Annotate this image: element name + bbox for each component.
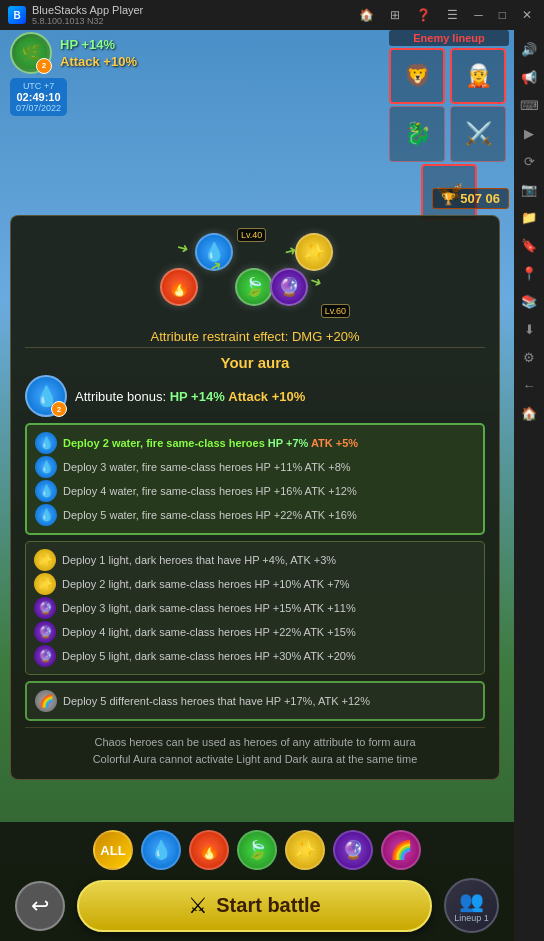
water-tier-icon-3: 💧 (35, 480, 57, 502)
cycle-arrow-4: ➜ (308, 271, 325, 290)
back-button[interactable]: ↩ (15, 881, 65, 931)
sidebar-download-icon[interactable]: ⬇ (518, 318, 540, 340)
water-tier-icon-4: 💧 (35, 504, 57, 526)
score-icon: 🏆 (441, 192, 456, 206)
note-2: Colorful Aura cannot activate Light and … (25, 751, 485, 768)
enemy-hero-2: 🧝 (452, 50, 504, 102)
filter-wind-btn[interactable]: 🍃 (237, 830, 277, 870)
sidebar-keyboard-icon[interactable]: ⌨ (518, 94, 540, 116)
utc-time-display: UTC +7 02:49:10 07/07/2022 (10, 78, 67, 116)
topbar: B BlueStacks App Player 5.8.100.1013 N32… (0, 0, 544, 30)
close-btn[interactable]: ✕ (518, 6, 536, 24)
sidebar-rotate-icon[interactable]: ⟳ (518, 150, 540, 172)
game-area: 🌿 2 HP +14% Attack +10% UTC +7 02:49:10 … (0, 30, 514, 941)
water-fire-tier-text-3: Deploy 4 water, fire same-class heroes H… (63, 485, 475, 497)
light-dark-tier-row-5: 🔮 Deploy 5 light, dark same-class heroes… (34, 644, 476, 668)
menu-icon[interactable]: ☰ (443, 6, 462, 24)
maximize-btn[interactable]: □ (495, 6, 510, 24)
lineup-icon: 👥 (459, 889, 484, 913)
filter-rainbow-btn[interactable]: 🌈 (381, 830, 421, 870)
light-dark-tier-text-4: Deploy 4 light, dark same-class heroes H… (62, 626, 476, 638)
stats-display: HP +14% Attack +10% (60, 37, 137, 69)
minimize-btn[interactable]: ─ (470, 6, 487, 24)
water-fire-tier-text-1: Deploy 2 water, fire same-class heroes H… (63, 437, 475, 449)
sidebar-layers-icon[interactable]: 📚 (518, 290, 540, 312)
rainbow-tier-row: 🌈 Deploy 5 different-class heroes that h… (35, 689, 475, 713)
sidebar-folder-icon[interactable]: 📁 (518, 206, 540, 228)
dark-orb: 🔮 (270, 268, 308, 306)
hp-stat: HP +14% (60, 37, 137, 52)
light-dark-tier-row-1: ✨ Deploy 1 light, dark heroes that have … (34, 548, 476, 572)
filter-fire-btn[interactable]: 🔥 (189, 830, 229, 870)
sidebar-bookmark-icon[interactable]: 🔖 (518, 234, 540, 256)
attribute-filter-bar: ALL 💧 🔥 🍃 ✨ 🔮 🌈 (10, 830, 504, 870)
aura-bonus-text: Attribute bonus: HP +14% Attack +10% (75, 389, 305, 404)
sidebar-speaker-icon[interactable]: 📢 (518, 66, 540, 88)
dark-tier-icon-3: 🔮 (34, 645, 56, 667)
light-tier-icon-1: ✨ (34, 549, 56, 571)
enemy-hero-1: 🦁 (391, 50, 443, 102)
attribute-diagram: Lv.40 💧 🔥 🍃 ✨ 🔮 ➜ ➜ ➜ ➜ Lv.60 (25, 228, 485, 318)
main-panel: Lv.40 💧 🔥 🍃 ✨ 🔮 ➜ ➜ ➜ ➜ Lv.60 Attribute … (10, 215, 500, 780)
filter-light-btn[interactable]: ✨ (285, 830, 325, 870)
sidebar-screenshot-icon[interactable]: 📷 (518, 178, 540, 200)
level-badge-60: Lv.60 (321, 304, 350, 318)
score-value: 507 06 (460, 191, 500, 206)
water-tier-icon-1: 💧 (35, 432, 57, 454)
light-dark-tier-row-2: ✨ Deploy 2 light, dark same-class heroes… (34, 572, 476, 596)
water-fire-tier-text-2: Deploy 3 water, fire same-class heroes H… (63, 461, 475, 473)
light-dark-tier-row-4: 🔮 Deploy 4 light, dark same-class heroes… (34, 620, 476, 644)
start-battle-button[interactable]: ⚔ Start battle (77, 880, 432, 932)
enemy-cell-1: 🦁 (389, 48, 445, 104)
water-fire-tier-box: 💧 Deploy 2 water, fire same-class heroes… (25, 423, 485, 535)
aura-hp-value: HP +14% (170, 389, 225, 404)
topbar-title-area: BlueStacks App Player 5.8.100.1013 N32 (32, 4, 143, 26)
topbar-left: B BlueStacks App Player 5.8.100.1013 N32 (8, 4, 143, 26)
aura-atk-value: Attack +10% (228, 389, 305, 404)
wind-orb: 🍃 (235, 268, 273, 306)
note-1: Chaos heroes can be used as heroes of an… (25, 734, 485, 751)
water-fire-tier-row-4: 💧 Deploy 5 water, fire same-class heroes… (35, 503, 475, 527)
utc-label: UTC +7 (16, 81, 61, 91)
attribute-circle-container: Lv.40 💧 🔥 🍃 ✨ 🔮 ➜ ➜ ➜ ➜ Lv.60 (155, 228, 355, 318)
cycle-arrow-1: ➜ (175, 239, 191, 258)
rainbow-tier-icon: 🌈 (35, 690, 57, 712)
start-battle-label: Start battle (216, 894, 320, 917)
sidebar-volume-icon[interactable]: 🔊 (518, 38, 540, 60)
level-badge-40: Lv.40 (237, 228, 266, 242)
light-dark-tier-text-3: Deploy 3 light, dark same-class heroes H… (62, 602, 476, 614)
enemy-lineup-title: Enemy lineup (389, 30, 509, 46)
sidebar-settings-icon[interactable]: ⚙ (518, 346, 540, 368)
filter-water-btn[interactable]: 💧 (141, 830, 181, 870)
lineup-label: Lineup 1 (454, 913, 489, 923)
help-icon[interactable]: ❓ (412, 6, 435, 24)
tabs-icon[interactable]: ⊞ (386, 6, 404, 24)
fire-orb: 🔥 (160, 268, 198, 306)
light-dark-tier-box: ✨ Deploy 1 light, dark heroes that have … (25, 541, 485, 675)
utc-date: 07/07/2022 (16, 103, 61, 113)
water-tier-icon-2: 💧 (35, 456, 57, 478)
back-icon: ↩ (31, 893, 49, 919)
dark-tier-icon-2: 🔮 (34, 621, 56, 643)
home-icon[interactable]: 🏠 (355, 6, 378, 24)
start-battle-icon: ⚔ (188, 893, 208, 919)
water-fire-tier-row-3: 💧 Deploy 4 water, fire same-class heroes… (35, 479, 475, 503)
lineup-button[interactable]: 👥 Lineup 1 (444, 878, 499, 933)
aura-icon-badge: 2 (51, 401, 67, 417)
water-fire-tier-text-4: Deploy 5 water, fire same-class heroes H… (63, 509, 475, 521)
utc-clock: 02:49:10 (16, 91, 61, 103)
sidebar-back-icon[interactable]: ← (518, 374, 540, 396)
restraint-text: Attribute restraint effect: DMG +20% (151, 329, 360, 344)
sidebar-home-icon[interactable]: 🏠 (518, 402, 540, 424)
water-fire-tier-row-2: 💧 Deploy 3 water, fire same-class heroes… (35, 455, 475, 479)
topbar-title: BlueStacks App Player (32, 4, 143, 16)
sidebar-play-icon[interactable]: ▶ (518, 122, 540, 144)
filter-all-btn[interactable]: ALL (93, 830, 133, 870)
sidebar-location-icon[interactable]: 📍 (518, 262, 540, 284)
action-bar: ↩ ⚔ Start battle 👥 Lineup 1 (10, 878, 504, 933)
filter-dark-btn[interactable]: 🔮 (333, 830, 373, 870)
light-dark-tier-text-1: Deploy 1 light, dark heroes that have HP… (62, 554, 476, 566)
rainbow-tier-box: 🌈 Deploy 5 different-class heroes that h… (25, 681, 485, 721)
enemy-cell-2: 🧝 (450, 48, 506, 104)
player-avatar: 🌿 2 (10, 32, 52, 74)
